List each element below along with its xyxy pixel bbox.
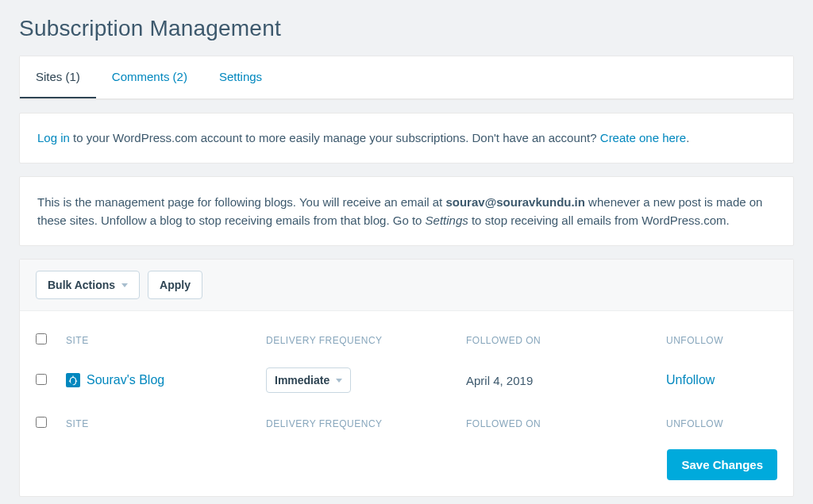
header-followed: FOLLOWED ON <box>458 335 658 346</box>
row-followed-on: April 4, 2019 <box>458 374 658 387</box>
header-unfollow: UNFOLLOW <box>658 335 793 346</box>
select-all-checkbox-bottom[interactable] <box>36 417 47 428</box>
row-site-cell: Sourav's Blog <box>58 373 258 387</box>
footer-followed: FOLLOWED ON <box>458 418 658 429</box>
save-row: Save Changes <box>20 438 793 496</box>
chevron-down-icon <box>336 379 342 383</box>
tab-nav: Sites (1) Comments (2) Settings <box>20 56 793 99</box>
footer-site: SITE <box>58 418 258 429</box>
login-link[interactable]: Log in <box>37 131 70 144</box>
site-icon <box>66 373 80 387</box>
table-row: Sourav's Blog Immediate April 4, 2019 Un… <box>20 358 793 402</box>
header-frequency: DELIVERY FREQUENCY <box>258 335 458 346</box>
table-footer: SITE DELIVERY FREQUENCY FOLLOWED ON UNFO… <box>20 402 793 438</box>
desc-settings-word: Settings <box>426 214 468 227</box>
frequency-select[interactable]: Immediate <box>266 367 351 393</box>
bulk-actions-label: Bulk Actions <box>48 279 115 291</box>
header-site: SITE <box>58 335 258 346</box>
bulk-actions-select[interactable]: Bulk Actions <box>36 271 140 299</box>
unfollow-link[interactable]: Unfollow <box>658 373 793 387</box>
bulk-actions-bar: Bulk Actions Apply <box>20 260 793 311</box>
subscriptions-table: Bulk Actions Apply SITE DELIVERY FREQUEN… <box>19 259 794 497</box>
select-all-checkbox-top[interactable] <box>36 333 47 344</box>
footer-frequency: DELIVERY FREQUENCY <box>258 418 458 429</box>
login-notice: Log in to your WordPress.com account to … <box>19 113 794 164</box>
desc-part3: to stop receiving all emails from WordPr… <box>468 214 730 227</box>
tab-sites[interactable]: Sites (1) <box>20 56 96 98</box>
tab-settings[interactable]: Settings <box>203 56 278 98</box>
login-notice-text: to your WordPress.com account to more ea… <box>70 131 600 144</box>
create-account-link[interactable]: Create one here <box>600 131 686 144</box>
table-header: SITE DELIVERY FREQUENCY FOLLOWED ON UNFO… <box>20 311 793 358</box>
desc-part1: This is the management page for followin… <box>37 195 445 209</box>
row-checkbox-cell <box>20 374 58 387</box>
save-changes-button[interactable]: Save Changes <box>667 449 777 480</box>
apply-button[interactable]: Apply <box>148 271 202 299</box>
footer-checkbox-cell <box>20 417 58 430</box>
row-frequency-cell: Immediate <box>258 367 458 393</box>
frequency-value: Immediate <box>275 374 329 387</box>
chevron-down-icon <box>121 283 128 287</box>
header-checkbox-cell <box>20 333 58 347</box>
page-title: Subscription Management <box>19 16 794 41</box>
tabs-card: Sites (1) Comments (2) Settings <box>19 56 794 100</box>
row-checkbox[interactable] <box>36 374 47 385</box>
login-notice-period: . <box>686 131 689 144</box>
desc-email: sourav@souravkundu.in <box>445 195 585 209</box>
footer-unfollow: UNFOLLOW <box>658 418 793 429</box>
row-site-name[interactable]: Sourav's Blog <box>87 373 164 387</box>
description-card: This is the management page for followin… <box>19 176 794 247</box>
tab-comments[interactable]: Comments (2) <box>96 56 203 98</box>
